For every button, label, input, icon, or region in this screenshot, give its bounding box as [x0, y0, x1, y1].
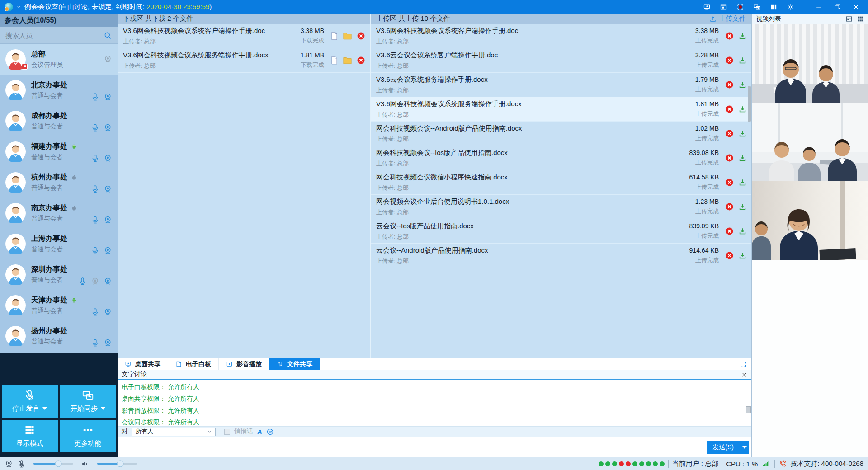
mic-icon[interactable]	[78, 277, 87, 286]
screen-share-icon[interactable]	[703, 3, 711, 11]
download-file-icon[interactable]	[738, 56, 747, 65]
recipient-select[interactable]: 所有人	[132, 428, 216, 436]
download-file-icon[interactable]	[738, 202, 747, 211]
upload-file-row[interactable]: 云会议--Android版产品使用指南.docx上传者: 总部 914.64 K…	[371, 244, 751, 268]
close-icon[interactable]	[741, 372, 747, 378]
video-grid-icon[interactable]	[857, 15, 864, 23]
webcam-icon[interactable]	[104, 338, 112, 347]
upload-file-row[interactable]: 云会议--Ios版产品使用指南.docx上传者: 总部 839.09 KB上传完…	[371, 219, 751, 244]
participant-row-beijing[interactable]: 北京办事处普通与会者	[0, 75, 118, 105]
webcam-icon[interactable]	[5, 460, 13, 468]
participant-row-chengdu[interactable]: 成都办事处普通与会者	[0, 105, 118, 136]
settings-gear-icon[interactable]	[787, 3, 794, 11]
download-file-icon[interactable]	[738, 105, 747, 113]
tab-desktop-share[interactable]: 桌面共享	[118, 358, 168, 370]
delete-file-icon[interactable]	[725, 56, 734, 65]
open-folder-icon[interactable]	[343, 32, 352, 40]
mic-volume-slider[interactable]	[33, 463, 73, 465]
whisper-checkbox[interactable]	[224, 429, 230, 435]
expand-icon[interactable]	[740, 361, 747, 368]
scrollbar-thumb[interactable]	[748, 86, 751, 122]
restore-button[interactable]	[834, 3, 841, 11]
upload-file-row-selected[interactable]: V3.6网会科技视频会议系统服务端操作手册.docx上传者: 总部 1.81 M…	[371, 97, 751, 122]
participant-row-yangzhou[interactable]: 扬州办事处普通与会者	[0, 320, 118, 351]
download-file-icon[interactable]	[738, 154, 747, 162]
chevron-down-icon[interactable]	[16, 5, 21, 9]
search-box[interactable]	[0, 27, 118, 44]
download-file-icon[interactable]	[738, 80, 747, 89]
minimize-button[interactable]	[815, 3, 823, 11]
delete-file-icon[interactable]	[725, 105, 734, 113]
open-folder-icon[interactable]	[343, 56, 352, 65]
dropdown-arrow-icon[interactable]	[101, 407, 105, 410]
dropdown-arrow-icon[interactable]	[42, 407, 47, 410]
download-file-icon[interactable]	[738, 251, 747, 260]
emoji-icon[interactable]	[266, 428, 274, 436]
upload-file-row[interactable]: 网会科技视频会议--Ios版产品使用指南.docx上传者: 总部 839.08 …	[371, 146, 751, 170]
webcam-icon[interactable]	[104, 216, 112, 224]
delete-file-icon[interactable]	[725, 80, 734, 89]
webcam-icon[interactable]	[104, 308, 112, 316]
search-icon[interactable]	[104, 31, 112, 40]
download-file-row[interactable]: V3.6网会科技视频会议系统客户端操作手册.doc上传者: 总部 3.38 MB…	[118, 24, 370, 48]
chat-input-area[interactable]: 发送(S)	[118, 437, 751, 457]
stop-speaking-button[interactable]: 停止发言	[2, 385, 58, 418]
speaker-icon[interactable]	[81, 460, 90, 468]
participant-row-shenzhen[interactable]: 深圳办事处普通与会者	[0, 259, 118, 290]
grid-view-icon[interactable]	[770, 3, 778, 11]
search-input[interactable]	[5, 32, 104, 39]
record-icon[interactable]	[736, 3, 744, 11]
delete-file-icon[interactable]	[725, 202, 734, 211]
download-file-icon[interactable]	[738, 178, 747, 187]
download-file-row[interactable]: V3.6网会科技视频会议系统服务端操作手册.docx上传者: 总部 1.81 M…	[118, 48, 370, 73]
participant-row-hangzhou[interactable]: 杭州办事处普通与会者	[0, 167, 118, 197]
speaker-volume-slider[interactable]	[97, 463, 137, 465]
send-dropdown-arrow[interactable]	[740, 441, 749, 454]
video-thumbnail-2[interactable]	[752, 103, 868, 181]
webcam-icon[interactable]	[104, 277, 112, 286]
delete-file-icon[interactable]	[725, 154, 734, 162]
webcam-icon[interactable]	[104, 154, 112, 163]
start-sync-button[interactable]: 开始同步	[60, 385, 116, 418]
mic-icon[interactable]	[91, 93, 99, 101]
participant-row-hq[interactable]: 总部会议管理员	[0, 44, 118, 75]
scrollbar-thumb[interactable]	[746, 406, 751, 413]
video-thumbnail-1[interactable]	[752, 24, 868, 103]
download-file-icon[interactable]	[738, 32, 747, 40]
mic-icon[interactable]	[91, 154, 99, 163]
participant-row-shanghai[interactable]: 上海办事处普通与会者	[0, 228, 118, 259]
webcam-icon[interactable]	[104, 123, 112, 132]
delete-file-icon[interactable]	[725, 251, 734, 260]
delete-file-icon[interactable]	[357, 56, 365, 65]
delete-file-icon[interactable]	[725, 178, 734, 187]
upload-file-row[interactable]: V3.6网会科技视频会议系统客户端操作手册.doc上传者: 总部 3.38 MB…	[371, 24, 751, 48]
upload-file-row[interactable]: 网会视频会议企业后台使用说明书1.0.1.docx上传者: 总部 1.23 MB…	[371, 195, 751, 219]
delete-file-icon[interactable]	[725, 129, 734, 138]
mic-icon[interactable]	[91, 123, 99, 132]
mic-muted-icon[interactable]	[17, 460, 26, 468]
mic-icon[interactable]	[91, 216, 99, 224]
more-features-button[interactable]: 更多功能	[60, 420, 116, 453]
upload-file-row[interactable]: 网会科技视频会议--Android版产品使用指南.docx上传者: 总部 1.0…	[371, 122, 751, 146]
tab-file-share[interactable]: 文件共享	[269, 358, 320, 370]
upload-file-row[interactable]: 网会科技视频会议微信小程序快速指南.docx上传者: 总部 614.58 KB上…	[371, 170, 751, 195]
webcam-icon[interactable]	[104, 185, 112, 193]
upload-file-row[interactable]: V3.6云会议会议系统客户端操作手册.doc上传者: 总部 3.28 MB上传完…	[371, 48, 751, 73]
font-color-button[interactable]: A	[257, 428, 262, 436]
open-file-icon[interactable]	[330, 32, 338, 40]
webcam-off-icon[interactable]	[104, 55, 112, 64]
mic-icon[interactable]	[91, 246, 99, 255]
webcam-off-icon[interactable]	[91, 277, 99, 286]
send-button[interactable]: 发送(S)	[707, 441, 749, 454]
participant-row-nanjing[interactable]: 南京办事处普通与会者	[0, 197, 118, 228]
upload-file-button[interactable]: 上传文件	[709, 14, 746, 23]
webcam-icon[interactable]	[104, 246, 112, 255]
open-file-icon[interactable]	[330, 56, 338, 65]
mic-icon[interactable]	[91, 338, 99, 347]
display-mode-button[interactable]: 显示模式	[2, 420, 58, 453]
sync-screens-icon[interactable]	[753, 3, 761, 11]
delete-file-icon[interactable]	[725, 227, 734, 235]
tab-media-play[interactable]: 影音播放	[219, 358, 269, 370]
window-layout-icon[interactable]	[720, 3, 727, 11]
mic-icon[interactable]	[91, 308, 99, 316]
